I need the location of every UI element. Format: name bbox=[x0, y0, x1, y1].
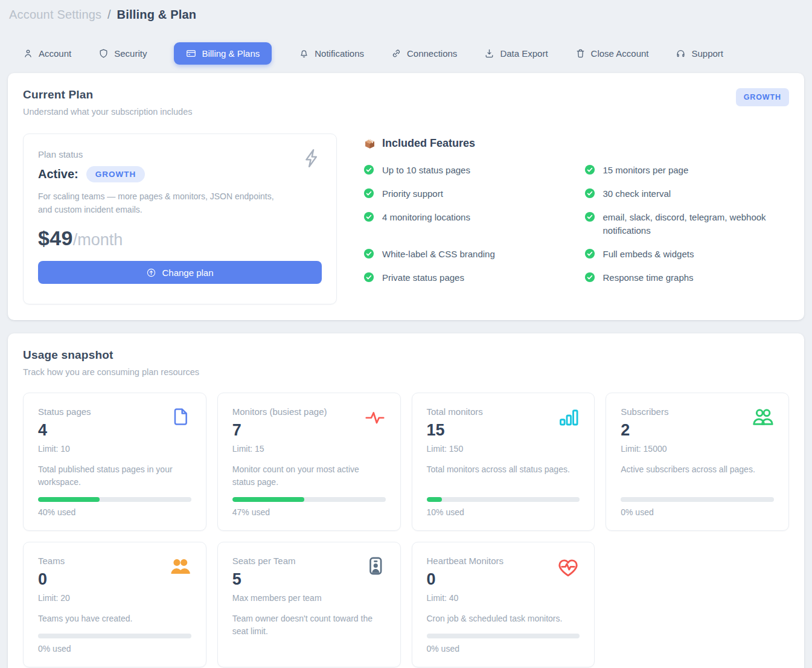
feature-label: 30 check interval bbox=[603, 187, 671, 201]
usage-card-title: Seats per Team bbox=[232, 556, 322, 566]
usage-card-limit: Limit: 15 bbox=[232, 444, 327, 454]
usage-card-description: Total monitors across all status pages. bbox=[427, 463, 578, 476]
usage-card-title: Status pages bbox=[38, 406, 91, 417]
usage-card-description: Team owner doesn't count toward the seat… bbox=[232, 612, 383, 638]
feature-label: Private status pages bbox=[382, 271, 464, 284]
progress-bar bbox=[621, 497, 774, 502]
usage-title: Usage snapshot bbox=[23, 348, 199, 362]
tab-label: Notifications bbox=[315, 48, 364, 59]
tab-label: Billing & Plans bbox=[202, 48, 260, 59]
progress-bar bbox=[427, 634, 580, 638]
usage-card-description: Total published status pages in your wor… bbox=[38, 463, 189, 489]
feature-label: White-label & CSS branding bbox=[382, 248, 495, 261]
feature-item: email, slack, discord, telegram, webhook… bbox=[584, 211, 790, 237]
feature-label: 4 monitoring locations bbox=[382, 211, 470, 224]
tab-label: Support bbox=[691, 48, 723, 59]
usage-card-limit: Limit: 20 bbox=[38, 593, 70, 603]
feature-item: Response time graphs bbox=[584, 271, 790, 284]
usage-card-total-monitors: Total monitors 15 Limit: 150 Total monit… bbox=[412, 393, 595, 531]
id-badge-icon bbox=[365, 556, 386, 576]
users-outline-icon bbox=[751, 406, 774, 429]
headset-icon bbox=[676, 48, 686, 59]
check-circle-icon bbox=[363, 248, 374, 259]
check-circle-icon bbox=[584, 272, 595, 283]
check-circle-icon bbox=[584, 164, 595, 175]
change-plan-button[interactable]: Change plan bbox=[38, 261, 322, 284]
usage-card-description: Monitor count on your most active status… bbox=[232, 463, 383, 489]
tab-notifications[interactable]: Notifications bbox=[299, 48, 364, 59]
usage-card-teams: Teams 0 Limit: 20 Teams you have created… bbox=[23, 542, 206, 667]
tab-account[interactable]: Account bbox=[23, 48, 71, 59]
current-plan-subtitle: Understand what your subscription includ… bbox=[23, 107, 192, 117]
usage-card-value: 0 bbox=[427, 570, 504, 589]
usage-card-limit: Limit: 40 bbox=[427, 593, 504, 603]
usage-card-status-pages: Status pages 4 Limit: 10 Total published… bbox=[23, 393, 206, 531]
usage-card-heartbeat-monitors: Heartbeat Monitors 0 Limit: 40 Cron job … bbox=[412, 542, 595, 667]
plan-price-period: /month bbox=[73, 231, 123, 249]
tab-label: Security bbox=[114, 48, 147, 59]
feature-item: White-label & CSS branding bbox=[363, 248, 569, 261]
usage-card-limit: Max members per team bbox=[232, 593, 322, 603]
bell-icon bbox=[299, 48, 309, 59]
feature-label: Full embeds & widgets bbox=[603, 248, 694, 261]
usage-card-value: 5 bbox=[232, 570, 322, 589]
tab-security[interactable]: Security bbox=[98, 48, 147, 59]
tab-billing-plans[interactable]: Billing & Plans bbox=[174, 42, 272, 65]
plan-price: $49 bbox=[38, 226, 73, 250]
breadcrumb-section[interactable]: Account Settings bbox=[9, 8, 101, 21]
tab-label: Connections bbox=[407, 48, 457, 59]
usage-card-monitors-busiest: Monitors (busiest page) 7 Limit: 15 Moni… bbox=[217, 393, 401, 531]
progress-fill bbox=[38, 497, 100, 502]
usage-card-value: 2 bbox=[621, 421, 668, 440]
link-icon bbox=[391, 48, 401, 59]
usage-card-value: 0 bbox=[38, 570, 70, 589]
percent-used-label: 40% used bbox=[38, 507, 191, 517]
plan-status-card: Plan status Active: GROWTH For scaling t… bbox=[23, 133, 337, 304]
feature-label: Up to 10 status pages bbox=[382, 164, 470, 177]
arrow-up-circle-icon bbox=[146, 268, 156, 278]
percent-used-label: 47% used bbox=[232, 507, 386, 517]
check-circle-icon bbox=[584, 188, 595, 199]
feature-item: 4 monitoring locations bbox=[363, 211, 569, 237]
check-circle-icon bbox=[363, 272, 374, 283]
download-icon bbox=[484, 48, 494, 59]
progress-bar bbox=[38, 634, 191, 638]
bar-chart-icon bbox=[558, 406, 580, 428]
tab-close-account[interactable]: Close Account bbox=[575, 48, 649, 59]
usage-card-subscribers: Subscribers 2 Limit: 15000 Active subscr… bbox=[606, 393, 789, 531]
lightning-icon bbox=[301, 147, 323, 172]
file-icon bbox=[171, 406, 191, 427]
credit-card-icon bbox=[186, 48, 196, 59]
usage-card-title: Subscribers bbox=[621, 406, 668, 417]
check-circle-icon bbox=[584, 248, 595, 259]
usage-card-seats-per-team: Seats per Team 5 Max members per team Te… bbox=[217, 542, 401, 667]
feature-item: Full embeds & widgets bbox=[584, 248, 790, 261]
progress-bar bbox=[427, 497, 580, 502]
trash-icon bbox=[575, 48, 586, 59]
tab-label: Close Account bbox=[591, 48, 649, 59]
activity-icon bbox=[364, 406, 386, 428]
plan-status-badge: GROWTH bbox=[86, 166, 145, 182]
feature-label: Priority support bbox=[382, 187, 443, 201]
usage-card-value: 4 bbox=[38, 421, 91, 440]
percent-used-label: 0% used bbox=[621, 507, 774, 517]
feature-item: 30 check interval bbox=[584, 187, 790, 201]
check-circle-icon bbox=[363, 188, 374, 199]
usage-card-title: Total monitors bbox=[427, 406, 483, 417]
person-icon bbox=[23, 48, 33, 59]
tab-data-export[interactable]: Data Export bbox=[484, 48, 548, 59]
change-plan-label: Change plan bbox=[162, 268, 213, 278]
usage-card-description: Teams you have created. bbox=[38, 612, 189, 625]
tab-label: Data Export bbox=[500, 48, 548, 59]
features-heading: Included Features bbox=[382, 137, 475, 150]
feature-label: Response time graphs bbox=[603, 271, 694, 284]
page-title: Billing & Plan bbox=[117, 8, 197, 21]
tab-connections[interactable]: Connections bbox=[391, 48, 457, 59]
tab-label: Account bbox=[39, 48, 71, 59]
usage-card-value: 7 bbox=[232, 421, 327, 440]
percent-used-label: 0% used bbox=[427, 644, 580, 654]
current-plan-section: Current Plan Understand what your subscr… bbox=[8, 73, 804, 320]
heart-pulse-icon bbox=[557, 556, 580, 579]
tab-support[interactable]: Support bbox=[676, 48, 723, 59]
check-circle-icon bbox=[584, 211, 595, 222]
